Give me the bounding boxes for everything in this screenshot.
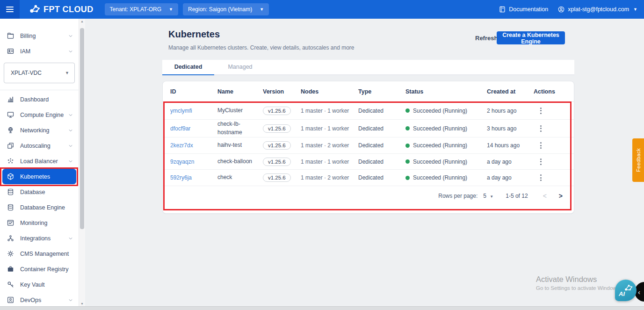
chevron-down-icon <box>68 298 73 303</box>
status-text: Succeeded (Running) <box>413 108 467 114</box>
sidebar-item-label: Compute Engine <box>20 112 68 118</box>
tab-dedicated[interactable]: Dedicated <box>162 60 214 75</box>
cluster-status: Succeeded (Running) <box>405 159 487 165</box>
compute-icon <box>7 111 14 119</box>
sidebar-item-dashboard[interactable]: Dashboard <box>0 92 79 107</box>
sidebar-item-monitoring[interactable]: Monitoring <box>0 215 79 231</box>
sidebar-item-compute-engine[interactable]: Compute Engine <box>0 107 79 123</box>
sidebar-item-devops[interactable]: DevOps <box>0 292 79 307</box>
status-dot-icon <box>405 108 410 113</box>
cluster-name: haihv-test <box>217 141 263 149</box>
sidebar-item-label: Monitoring <box>20 220 73 226</box>
row-actions-kebab-button[interactable] <box>537 123 544 134</box>
sidebar-item-database-engine[interactable]: Database Engine <box>0 200 79 215</box>
version-badge: v1.25.6 <box>263 158 291 166</box>
container-icon <box>7 265 14 273</box>
tab-managed[interactable]: Managed <box>214 60 266 74</box>
user-circle-icon <box>557 6 565 13</box>
status-text: Succeeded (Running) <box>413 125 467 132</box>
chevron-down-icon: ▼ <box>490 195 493 199</box>
documentation-label: Documentation <box>509 6 548 13</box>
table-row: 592ry6jacheckv1.25.61 master · 2 workerD… <box>163 170 574 186</box>
column-header-id: ID <box>170 88 217 95</box>
column-header-nodes: Nodes <box>301 88 358 95</box>
scrollbar-thumb[interactable] <box>80 28 84 229</box>
user-account-menu[interactable]: xplat-stg@fptcloud.com ▼ <box>557 6 637 13</box>
version-badge: v1.25.6 <box>263 141 291 150</box>
sidebar-item-key-vault[interactable]: Key Vault <box>0 277 79 292</box>
region-selector[interactable]: Region: Saigon (Vietnam) ▼ <box>183 3 269 15</box>
table-header-row: ID Name Version Nodes Type Status Create… <box>163 81 574 102</box>
row-actions-kebab-button[interactable] <box>537 140 544 151</box>
molecule-icon <box>623 282 634 293</box>
cluster-id-link[interactable]: 592ry6ja <box>170 174 192 181</box>
sidebar-item-label: Container Registry <box>20 266 73 273</box>
dashboard-icon <box>7 95 14 103</box>
sidebar-item-integrations[interactable]: Integrations <box>0 231 79 246</box>
chevron-down-icon <box>68 49 73 54</box>
sidebar-item-billing[interactable]: Billing <box>0 28 79 43</box>
key-icon <box>7 281 14 288</box>
brand-logo[interactable]: FPT CLOUD <box>29 4 94 15</box>
status-text: Succeeded (Running) <box>413 142 467 149</box>
page-title: Kubernetes <box>168 29 220 40</box>
monitoring-icon <box>7 219 14 227</box>
chevron-down-icon: ▼ <box>260 7 264 12</box>
sidebar-item-load-balancer[interactable]: Load Balancer <box>0 153 79 169</box>
row-actions-kebab-button[interactable] <box>537 173 544 183</box>
sidebar-item-label: CMS Management <box>20 251 73 257</box>
sidebar-item-iam[interactable]: IAM <box>0 43 79 59</box>
user-email: xplat-stg@fptcloud.com <box>568 6 629 13</box>
cms-icon <box>7 250 14 258</box>
feedback-label: Feedback <box>636 148 641 172</box>
kubernetes-icon <box>7 173 14 180</box>
integrations-icon <box>7 234 14 242</box>
column-header-type: Type <box>358 88 405 95</box>
sidebar-item-label: DevOps <box>20 297 68 303</box>
column-header-name: Name <box>217 88 263 95</box>
cluster-name: check-lb-hostname <box>217 120 263 137</box>
previous-page-button[interactable]: < <box>543 192 547 200</box>
refresh-button[interactable]: Refresh <box>475 35 498 42</box>
autoscaling-icon <box>7 142 14 150</box>
row-actions-kebab-button[interactable] <box>537 106 544 116</box>
sidebar-account-group: BillingIAM <box>0 28 79 59</box>
sidebar-item-container-registry[interactable]: Container Registry <box>0 261 79 277</box>
vdc-selector[interactable]: XPLAT-VDC ▼ <box>4 63 75 83</box>
cluster-id-link[interactable]: 9zqyaqzn <box>170 159 194 165</box>
tenant-label: Tenant: XPLAT-ORG <box>110 6 162 13</box>
cluster-id-link[interactable]: dfocf9ar <box>170 125 190 132</box>
table-body: ymclymfiMyClusterv1.25.61 master · 1 wor… <box>163 102 574 186</box>
sidebar-item-database[interactable]: Database <box>0 184 79 200</box>
rows-per-page-select[interactable]: 5 ▼ <box>483 193 493 199</box>
status-dot-icon <box>405 144 410 148</box>
sidebar-item-cms-management[interactable]: CMS Management <box>0 246 79 261</box>
cluster-id-link[interactable]: ymclymfi <box>170 108 192 114</box>
sidebar-item-autoscaling[interactable]: Autoscaling <box>0 138 79 153</box>
table-row: 9zqyaqzncheck-balloonv1.25.61 master · 1… <box>163 154 574 170</box>
hamburger-menu-button[interactable] <box>0 0 20 19</box>
sidebar-scrollbar[interactable]: ▲ ▼ <box>79 19 85 307</box>
database-icon <box>7 188 14 196</box>
created-at: a day ago <box>487 159 534 165</box>
book-icon <box>499 6 506 13</box>
tenant-selector[interactable]: Tenant: XPLAT-ORG ▼ <box>105 3 178 15</box>
cluster-id-link[interactable]: 2kezr7dx <box>170 142 193 149</box>
ai-chat-bubble-button[interactable]: AI <box>615 280 637 301</box>
column-header-version: Version <box>263 88 301 95</box>
create-kubernetes-engine-button[interactable]: Create a Kubernetes Engine <box>497 31 565 44</box>
next-page-button[interactable]: > <box>559 192 563 200</box>
sidebar-item-networking[interactable]: Networking <box>0 123 79 138</box>
row-actions-kebab-button[interactable] <box>537 157 544 167</box>
table-row: dfocf9archeck-lb-hostnamev1.25.61 master… <box>163 120 574 137</box>
documentation-link[interactable]: Documentation <box>499 6 548 13</box>
cluster-nodes: 1 master · 1 worker <box>301 159 358 165</box>
version-badge: v1.25.6 <box>263 107 291 115</box>
feedback-tab-button[interactable]: Feedback <box>632 138 644 182</box>
chevron-left-icon: ‹ <box>638 288 640 296</box>
scroll-up-arrow-icon[interactable]: ▲ <box>79 19 85 24</box>
sidebar-item-kubernetes[interactable]: Kubernetes <box>2 169 76 184</box>
column-header-actions: Actions <box>534 88 570 95</box>
cluster-type: Dedicated <box>358 108 405 114</box>
clusters-table-card: ID Name Version Nodes Type Status Create… <box>162 81 574 214</box>
